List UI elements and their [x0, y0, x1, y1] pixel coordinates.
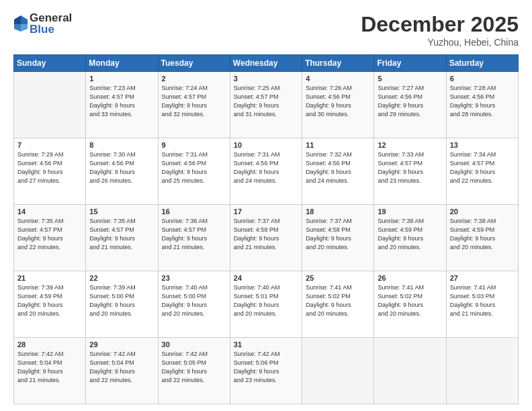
day-info: Sunrise: 7:25 AM Sunset: 4:57 PM Dayligh…: [234, 84, 298, 119]
table-row: 7Sunrise: 7:29 AM Sunset: 4:56 PM Daylig…: [14, 138, 86, 205]
table-row: 10Sunrise: 7:31 AM Sunset: 4:56 PM Dayli…: [230, 138, 302, 205]
table-row: 25Sunrise: 7:41 AM Sunset: 5:02 PM Dayli…: [302, 271, 374, 338]
table-row: 15Sunrise: 7:35 AM Sunset: 4:57 PM Dayli…: [86, 205, 158, 271]
table-row: 8Sunrise: 7:30 AM Sunset: 4:56 PM Daylig…: [86, 138, 158, 205]
day-number: 26: [378, 274, 442, 282]
svg-marker-2: [21, 24, 28, 32]
table-row: 18Sunrise: 7:37 AM Sunset: 4:58 PM Dayli…: [302, 205, 374, 271]
table-row: 31Sunrise: 7:42 AM Sunset: 5:06 PM Dayli…: [230, 338, 302, 404]
table-row: 23Sunrise: 7:40 AM Sunset: 5:00 PM Dayli…: [158, 271, 230, 338]
weekday-header-row: Sunday Monday Tuesday Wednesday Thursday…: [14, 55, 519, 72]
day-number: 29: [89, 340, 154, 349]
logo: General Blue: [13, 12, 72, 35]
logo-icon: [13, 15, 28, 32]
day-info: Sunrise: 7:40 AM Sunset: 5:01 PM Dayligh…: [234, 283, 298, 318]
svg-marker-3: [14, 15, 21, 24]
day-number: 9: [162, 141, 226, 149]
day-info: Sunrise: 7:42 AM Sunset: 5:04 PM Dayligh…: [17, 350, 82, 385]
day-info: Sunrise: 7:39 AM Sunset: 4:59 PM Dayligh…: [17, 283, 82, 318]
day-number: 11: [306, 141, 370, 149]
table-row: 28Sunrise: 7:42 AM Sunset: 5:04 PM Dayli…: [14, 338, 86, 404]
day-info: Sunrise: 7:38 AM Sunset: 4:59 PM Dayligh…: [378, 217, 442, 252]
day-info: Sunrise: 7:34 AM Sunset: 4:57 PM Dayligh…: [450, 150, 515, 185]
table-row: 17Sunrise: 7:37 AM Sunset: 4:58 PM Dayli…: [230, 205, 302, 271]
table-row: [446, 338, 518, 404]
table-row: 22Sunrise: 7:39 AM Sunset: 5:00 PM Dayli…: [86, 271, 158, 338]
day-info: Sunrise: 7:41 AM Sunset: 5:02 PM Dayligh…: [306, 283, 370, 318]
day-number: 31: [234, 340, 298, 349]
table-row: 12Sunrise: 7:33 AM Sunset: 4:57 PM Dayli…: [374, 138, 446, 205]
day-info: Sunrise: 7:33 AM Sunset: 4:57 PM Dayligh…: [378, 150, 442, 185]
logo-text: General Blue: [30, 12, 72, 35]
table-row: 14Sunrise: 7:35 AM Sunset: 4:57 PM Dayli…: [14, 205, 86, 271]
day-info: Sunrise: 7:40 AM Sunset: 5:00 PM Dayligh…: [162, 283, 226, 318]
day-info: Sunrise: 7:26 AM Sunset: 4:56 PM Dayligh…: [306, 84, 370, 119]
day-number: 2: [162, 75, 226, 83]
page: General Blue December 2025 Yuzhou, Hebei…: [0, 0, 532, 411]
day-number: 5: [378, 75, 442, 83]
logo-general-text: General: [30, 12, 72, 24]
table-row: 29Sunrise: 7:42 AM Sunset: 5:04 PM Dayli…: [86, 338, 158, 404]
day-info: Sunrise: 7:36 AM Sunset: 4:57 PM Dayligh…: [162, 217, 226, 252]
day-number: 27: [450, 274, 515, 282]
table-row: [374, 338, 446, 404]
day-number: 7: [17, 141, 82, 149]
table-row: 26Sunrise: 7:41 AM Sunset: 5:02 PM Dayli…: [374, 271, 446, 338]
day-info: Sunrise: 7:37 AM Sunset: 4:58 PM Dayligh…: [306, 217, 370, 252]
table-row: 20Sunrise: 7:38 AM Sunset: 4:59 PM Dayli…: [446, 205, 518, 271]
day-number: 15: [89, 208, 154, 216]
week-row-2: 14Sunrise: 7:35 AM Sunset: 4:57 PM Dayli…: [14, 205, 519, 271]
col-tuesday: Tuesday: [158, 55, 230, 72]
day-info: Sunrise: 7:30 AM Sunset: 4:56 PM Dayligh…: [89, 150, 154, 185]
col-saturday: Saturday: [446, 55, 518, 72]
table-row: 30Sunrise: 7:42 AM Sunset: 5:05 PM Dayli…: [158, 338, 230, 404]
day-number: 13: [450, 141, 515, 149]
table-row: 13Sunrise: 7:34 AM Sunset: 4:57 PM Dayli…: [446, 138, 518, 205]
day-number: 4: [306, 75, 370, 83]
col-thursday: Thursday: [302, 55, 374, 72]
table-row: 16Sunrise: 7:36 AM Sunset: 4:57 PM Dayli…: [158, 205, 230, 271]
table-row: 4Sunrise: 7:26 AM Sunset: 4:56 PM Daylig…: [302, 72, 374, 138]
day-info: Sunrise: 7:31 AM Sunset: 4:56 PM Dayligh…: [162, 150, 226, 185]
day-info: Sunrise: 7:37 AM Sunset: 4:58 PM Dayligh…: [234, 217, 298, 252]
day-number: 28: [17, 340, 82, 349]
day-number: 23: [162, 274, 226, 282]
table-row: 2Sunrise: 7:24 AM Sunset: 4:57 PM Daylig…: [158, 72, 230, 138]
day-info: Sunrise: 7:27 AM Sunset: 4:56 PM Dayligh…: [378, 84, 442, 119]
day-info: Sunrise: 7:29 AM Sunset: 4:56 PM Dayligh…: [17, 150, 82, 185]
day-info: Sunrise: 7:41 AM Sunset: 5:03 PM Dayligh…: [450, 283, 515, 318]
day-info: Sunrise: 7:23 AM Sunset: 4:57 PM Dayligh…: [89, 84, 154, 119]
calendar-table: Sunday Monday Tuesday Wednesday Thursday…: [13, 54, 519, 404]
table-row: 21Sunrise: 7:39 AM Sunset: 4:59 PM Dayli…: [14, 271, 86, 338]
day-number: 20: [450, 208, 515, 216]
table-row: 24Sunrise: 7:40 AM Sunset: 5:01 PM Dayli…: [230, 271, 302, 338]
table-row: 9Sunrise: 7:31 AM Sunset: 4:56 PM Daylig…: [158, 138, 230, 205]
day-number: 8: [89, 141, 154, 149]
col-monday: Monday: [86, 55, 158, 72]
table-row: [14, 72, 86, 138]
svg-marker-4: [14, 24, 21, 32]
svg-marker-1: [21, 15, 28, 24]
col-sunday: Sunday: [14, 55, 86, 72]
day-info: Sunrise: 7:41 AM Sunset: 5:02 PM Dayligh…: [378, 283, 442, 318]
week-row-3: 21Sunrise: 7:39 AM Sunset: 4:59 PM Dayli…: [14, 271, 519, 338]
title-block: December 2025 Yuzhou, Hebei, China: [361, 12, 519, 48]
day-info: Sunrise: 7:24 AM Sunset: 4:57 PM Dayligh…: [162, 84, 226, 119]
day-info: Sunrise: 7:32 AM Sunset: 4:56 PM Dayligh…: [306, 150, 370, 185]
week-row-1: 7Sunrise: 7:29 AM Sunset: 4:56 PM Daylig…: [14, 138, 519, 205]
table-row: [302, 338, 374, 404]
day-number: 16: [162, 208, 226, 216]
month-title: December 2025: [361, 12, 519, 37]
day-info: Sunrise: 7:28 AM Sunset: 4:56 PM Dayligh…: [450, 84, 515, 119]
week-row-4: 28Sunrise: 7:42 AM Sunset: 5:04 PM Dayli…: [14, 338, 519, 404]
day-number: 12: [378, 141, 442, 149]
location: Yuzhou, Hebei, China: [361, 37, 519, 48]
logo-blue-text: Blue: [30, 24, 72, 35]
day-info: Sunrise: 7:42 AM Sunset: 5:06 PM Dayligh…: [234, 350, 298, 385]
day-number: 14: [17, 208, 82, 216]
day-number: 22: [89, 274, 154, 282]
day-info: Sunrise: 7:39 AM Sunset: 5:00 PM Dayligh…: [89, 283, 154, 318]
header: General Blue December 2025 Yuzhou, Hebei…: [13, 12, 519, 48]
table-row: 5Sunrise: 7:27 AM Sunset: 4:56 PM Daylig…: [374, 72, 446, 138]
day-number: 6: [450, 75, 515, 83]
